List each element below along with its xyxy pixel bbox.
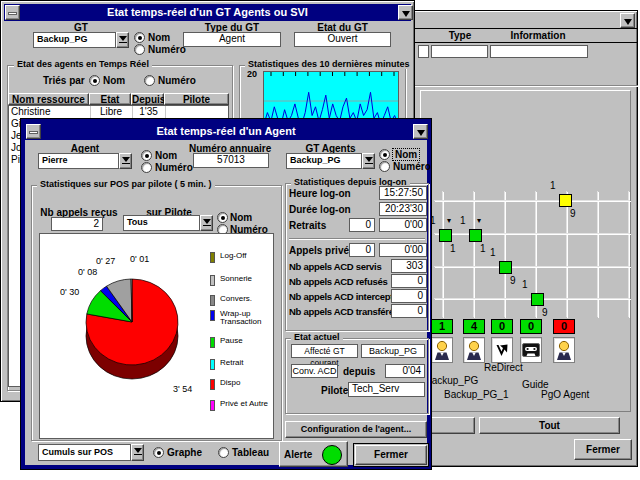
retraits-value: 0'00 — [379, 218, 427, 232]
gt-sort-nom-label: Nom — [148, 32, 170, 43]
node-count-below: 9 — [570, 208, 576, 219]
conv-acd-box: Conv. ACD — [291, 364, 338, 378]
gt-sort-nom-radio[interactable] — [134, 32, 145, 43]
grid-line — [434, 233, 630, 234]
cumuls-combobox-value: Cumuls sur POS — [38, 444, 131, 461]
agent-combobox[interactable]: Pierre — [38, 153, 132, 169]
sur-pilote-combobox[interactable]: Tous — [123, 215, 213, 231]
configuration-agent-button[interactable]: Configuration de l'agent... — [285, 421, 427, 438]
node-square[interactable] — [439, 229, 452, 242]
node-count-above: 1 — [522, 279, 528, 290]
node-count-below: 1 — [480, 243, 486, 254]
etat-gt-value: Ouvert — [294, 32, 391, 47]
agent-numero-radio[interactable] — [141, 162, 152, 173]
status-count-box: 0 — [491, 319, 513, 334]
col-header-nom-ressource[interactable]: Nom ressource — [8, 93, 89, 105]
combo-dropdown-button[interactable] — [116, 32, 129, 48]
pie-slice-label: 0' 27 — [96, 256, 115, 266]
duree-logon-label: Durée log-on — [289, 204, 351, 215]
legend-label: Wrap-up Transaction — [220, 310, 274, 326]
bg-cell-small[interactable] — [418, 45, 429, 58]
system-menu-button[interactable] — [26, 124, 41, 139]
node-square[interactable] — [469, 229, 482, 242]
combo-dropdown-button[interactable] — [362, 153, 375, 169]
stats10-group-title: Statistiques des 10 dernières minutes — [245, 59, 413, 69]
gt-window-titlebar[interactable]: Etat temps-réel d'un GT Agents ou SVI — [4, 4, 411, 21]
heure-logon-value: 15:27:50 — [379, 186, 427, 200]
status-count-box: 4 — [463, 319, 485, 334]
node-count-below: 9 — [510, 275, 516, 286]
tries-nom-radio[interactable] — [89, 75, 100, 86]
graphe-radio[interactable] — [153, 447, 164, 458]
legend-swatch — [210, 275, 215, 286]
agent-icon[interactable] — [463, 337, 485, 363]
sur-pilote-combobox-value: Tous — [123, 215, 200, 231]
legend-label: Pause — [220, 337, 274, 345]
col-header-pilote[interactable]: Pilote — [164, 93, 229, 105]
legend-label: Retrait — [220, 359, 274, 367]
agent-icon[interactable] — [553, 337, 575, 363]
gt-agents-numero-radio[interactable] — [379, 161, 390, 172]
bg-table-header-row: Type Information — [407, 28, 638, 43]
gt-agents-combobox[interactable]: Backup_PG — [286, 153, 375, 169]
combo-dropdown-button[interactable] — [200, 215, 213, 231]
legend-item: Wrap-up Transaction — [210, 310, 274, 330]
minimize-button[interactable] — [398, 5, 413, 20]
affecte-gt-box[interactable]: Affecté GT courant — [291, 344, 358, 358]
appels-prives-label: Appels privés — [289, 245, 355, 256]
agent-cell: Libre — [90, 106, 132, 118]
node-square[interactable] — [499, 261, 512, 274]
tableau-radio[interactable] — [218, 447, 229, 458]
bg-fermer-button[interactable]: Fermer — [574, 439, 632, 460]
acd-interceptes-value: 0 — [391, 289, 427, 303]
col-header-etat[interactable]: Etat — [89, 93, 131, 105]
agent-fermer-button[interactable]: Fermer — [353, 443, 429, 467]
minimize-icon — [417, 130, 425, 136]
dropdown-underline — [365, 163, 373, 164]
gt-combobox[interactable]: Backup_PG — [33, 32, 129, 48]
nb-appels-recus-value[interactable]: 2 — [51, 217, 103, 231]
legend-item: Log-Off — [210, 252, 274, 272]
grid-line — [434, 266, 630, 267]
pos-nom-radio[interactable] — [217, 212, 228, 223]
legend-swatch — [210, 252, 215, 263]
pie-slice-label: 0' 30 — [60, 287, 79, 297]
acd-transferes-value: 0 — [391, 304, 427, 318]
minimize-button[interactable] — [413, 124, 428, 139]
agent-row[interactable]: ChristineLibre1'35 — [9, 106, 228, 118]
combo-dropdown-button[interactable] — [131, 444, 144, 461]
acd-transferes-label: Nb appels ACD transférés — [289, 306, 399, 317]
dropdown-arrow-icon — [134, 448, 142, 453]
legend-swatch — [210, 379, 215, 390]
agent-icon[interactable] — [431, 337, 453, 363]
tout-segment[interactable]: Tout — [479, 417, 620, 434]
bg-cell-information[interactable] — [490, 45, 588, 58]
node-arrow-icon: ▾ — [477, 216, 481, 225]
gt-sort-numero-radio[interactable] — [134, 44, 145, 55]
cumuls-combobox[interactable]: Cumuls sur POS — [38, 444, 144, 461]
combo-dropdown-button[interactable] — [119, 153, 132, 169]
bg-cell-type[interactable] — [431, 45, 488, 58]
gt-agents-nom-radio[interactable] — [379, 149, 390, 160]
pie-legend: Log-OffSonnerieConvers.Wrap-up Transacti… — [210, 248, 274, 436]
agent-window-titlebar[interactable]: Etat temps-réel d'un Agent — [25, 123, 427, 140]
dropdown-underline — [122, 163, 130, 164]
agent-nom-label: Nom — [155, 150, 177, 161]
redirect-icon[interactable] — [491, 337, 513, 363]
col-header-depuis[interactable]: Depuis — [131, 93, 164, 105]
type-gt-value: Agent — [183, 32, 281, 47]
legend-swatch — [210, 400, 215, 411]
acd-interceptes-label: Nb appels ACD interceptés — [289, 291, 403, 302]
agent-nom-radio[interactable] — [141, 150, 152, 161]
agent-cell: Christine — [9, 106, 89, 118]
node-square[interactable] — [559, 194, 572, 207]
guide-icon[interactable] — [520, 337, 542, 363]
tries-numero-radio[interactable] — [144, 75, 155, 86]
pie-slice-label: 0' 01 — [130, 254, 149, 264]
system-menu-button[interactable] — [5, 5, 20, 20]
legend-label: Privé et Autre — [220, 400, 274, 408]
minimize-button[interactable] — [620, 13, 635, 28]
node-arrow-icon: ▾ — [447, 216, 451, 225]
node-square[interactable] — [531, 293, 544, 306]
agents-group-title: Etat des agents en Temps Réel — [14, 59, 152, 69]
